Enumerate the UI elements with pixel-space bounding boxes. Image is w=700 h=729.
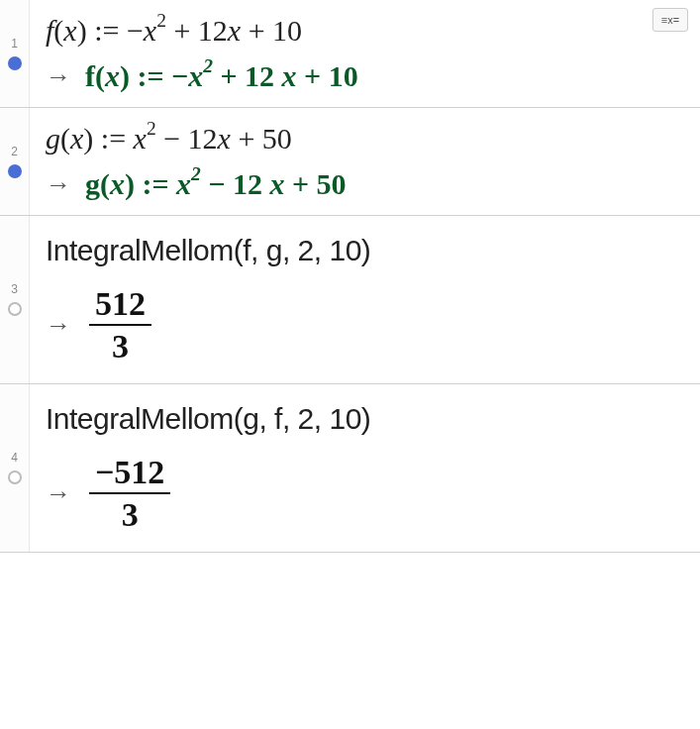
input-expression[interactable]: f(x) := −x2 + 12x + 10 <box>46 10 684 52</box>
row-gutter: 3 <box>0 216 30 383</box>
visibility-dot-icon[interactable] <box>8 56 22 70</box>
output-fraction: 512 3 <box>89 285 151 365</box>
fraction-numerator: 512 <box>89 285 151 326</box>
cas-row[interactable]: 1 f(x) := −x2 + 12x + 10 → f(x) := −x2 +… <box>0 0 700 108</box>
output-line: → g(x) := x2 − 12 x + 50 <box>46 167 684 201</box>
output-line: → 512 3 <box>46 285 684 365</box>
result-arrow-icon: → <box>46 478 71 509</box>
output-line: → −512 3 <box>46 454 684 534</box>
output-fraction: −512 3 <box>89 454 170 534</box>
row-content: IntegralMellom(f, g, 2, 10) → 512 3 <box>30 216 700 383</box>
cas-row[interactable]: 2 g(x) := x2 − 12x + 50 → g(x) := x2 − 1… <box>0 108 700 216</box>
row-content: IntegralMellom(g, f, 2, 10) → −512 3 <box>30 384 700 552</box>
row-number: 4 <box>11 451 18 465</box>
result-arrow-icon: → <box>46 169 71 200</box>
fraction-denominator: 3 <box>112 326 129 364</box>
result-arrow-icon: → <box>46 310 71 341</box>
fraction-numerator: −512 <box>89 454 170 494</box>
output-expression: f(x) := −x2 + 12 x + 10 <box>85 59 358 93</box>
row-gutter: 1 <box>0 0 30 107</box>
visibility-dot-icon[interactable] <box>8 302 22 316</box>
row-gutter: 4 <box>0 384 30 552</box>
input-expression[interactable]: g(x) := x2 − 12x + 50 <box>46 118 684 159</box>
visibility-dot-icon[interactable] <box>8 164 22 178</box>
fraction-denominator: 3 <box>122 494 139 533</box>
row-number: 3 <box>11 282 18 296</box>
row-content: f(x) := −x2 + 12x + 10 → f(x) := −x2 + 1… <box>30 0 700 107</box>
row-content: g(x) := x2 − 12x + 50 → g(x) := x2 − 12 … <box>30 108 700 215</box>
visibility-dot-icon[interactable] <box>8 470 22 484</box>
result-arrow-icon: → <box>46 61 71 92</box>
input-expression[interactable]: IntegralMellom(g, f, 2, 10) <box>46 398 684 440</box>
row-gutter: 2 <box>0 108 30 215</box>
cas-row[interactable]: 3 IntegralMellom(f, g, 2, 10) → 512 3 <box>0 216 700 384</box>
output-expression: g(x) := x2 − 12 x + 50 <box>85 167 347 201</box>
row-number: 2 <box>11 145 18 158</box>
input-expression[interactable]: IntegralMellom(f, g, 2, 10) <box>46 230 684 271</box>
row-number: 1 <box>11 37 18 51</box>
output-line: → f(x) := −x2 + 12 x + 10 <box>46 59 684 93</box>
cas-rows: 1 f(x) := −x2 + 12x + 10 → f(x) := −x2 +… <box>0 0 700 553</box>
cas-row[interactable]: 4 IntegralMellom(g, f, 2, 10) → −512 3 <box>0 384 700 553</box>
